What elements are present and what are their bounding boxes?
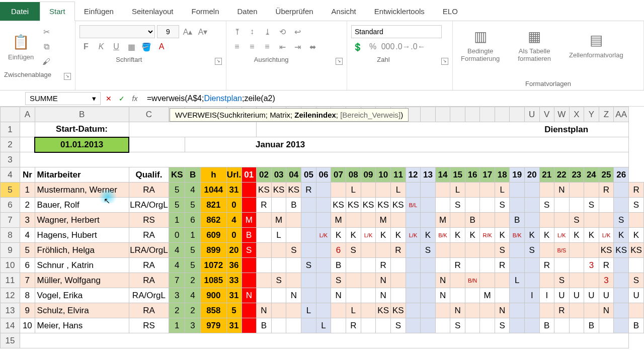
cell-day-01[interactable] (242, 273, 257, 288)
cell-day[interactable] (510, 243, 525, 258)
cell-day-01[interactable]: M (242, 213, 257, 228)
name-box[interactable]: SUMME ▾ (25, 92, 101, 105)
cell-ks[interactable]: 4 (169, 243, 185, 258)
cell-day[interactable] (584, 183, 599, 198)
cell-day[interactable]: S (271, 273, 286, 288)
header-day-13[interactable]: 13 (421, 167, 436, 183)
spreadsheet-grid[interactable]: ABCDEUVWXYZAA1Start-Datum:Dienstplan201.… (0, 107, 644, 348)
align-center-icon[interactable]: ≡ (246, 40, 259, 53)
cell-day[interactable] (406, 213, 421, 228)
cell-day[interactable] (539, 183, 554, 198)
header-day-26[interactable]: 26 (614, 167, 629, 183)
header-day-07[interactable]: 07 (331, 167, 346, 183)
cell-day[interactable] (301, 318, 316, 333)
cell-day[interactable]: R (599, 183, 614, 198)
cell-ks[interactable]: 5 (169, 183, 185, 198)
cell-day[interactable] (271, 258, 286, 273)
cell-ks[interactable]: 0 (169, 228, 185, 243)
cell-day[interactable]: K (450, 228, 465, 243)
col-head[interactable] (450, 107, 465, 122)
col-head[interactable] (495, 107, 510, 122)
cell-qualif[interactable]: RA/OrgL (129, 288, 169, 303)
cell-day[interactable] (421, 183, 436, 198)
cell-day[interactable]: K (539, 228, 554, 243)
cell-day[interactable]: R (554, 303, 570, 318)
cell-day[interactable] (301, 228, 316, 243)
cell-qualif[interactable]: LRA/OrgL (129, 243, 169, 258)
cell-qualif[interactable]: RA (129, 303, 169, 318)
cell-day-01[interactable] (242, 183, 257, 198)
cell-ks[interactable]: 2 (169, 303, 185, 318)
cell-day[interactable] (599, 198, 614, 213)
cell-day[interactable] (554, 198, 570, 213)
cell-day[interactable] (465, 198, 480, 213)
cell-ks[interactable]: 1 (169, 213, 185, 228)
cell-day[interactable]: K (391, 228, 406, 243)
cell-day[interactable]: S (450, 318, 465, 333)
cell-day[interactable] (495, 273, 510, 288)
font-dialog-launcher[interactable]: ↘ (215, 58, 222, 65)
cell-day[interactable] (316, 258, 331, 273)
header-day-09[interactable]: 09 (361, 167, 376, 183)
cell-day[interactable] (584, 243, 599, 258)
cell-day[interactable] (465, 318, 480, 333)
cell-day[interactable]: S (495, 198, 510, 213)
header-day-11[interactable]: 11 (391, 167, 406, 183)
cell-day[interactable] (629, 213, 644, 228)
cell-day[interactable]: M (376, 213, 391, 228)
cell-day[interactable]: L/K (361, 228, 376, 243)
cell-day[interactable] (524, 273, 539, 288)
cell-day[interactable] (286, 213, 301, 228)
col-head-C[interactable]: C (129, 107, 169, 122)
cell-employee[interactable]: Schulz, Elvira (35, 303, 129, 318)
cell-day[interactable]: 3 (599, 273, 614, 288)
cell-day[interactable] (629, 258, 644, 273)
cell-day[interactable] (569, 318, 584, 333)
cell-day[interactable] (524, 318, 539, 333)
cell-day[interactable] (599, 213, 614, 228)
cell-day[interactable]: R (257, 198, 272, 213)
cell-h[interactable]: 900 (201, 288, 226, 303)
format-painter-icon[interactable]: 🖌 (40, 55, 53, 68)
row-head-9[interactable]: 9 (1, 243, 20, 258)
cell-day[interactable] (286, 258, 301, 273)
col-head[interactable]: AA (614, 107, 629, 122)
cell-employee[interactable]: Meier, Hans (35, 318, 129, 333)
cell-day[interactable]: U (554, 288, 570, 303)
orientation-icon[interactable]: ⟲ (276, 25, 289, 38)
cell-day-01[interactable] (242, 318, 257, 333)
header-qualif[interactable]: Qualif. (129, 167, 169, 183)
cell-h[interactable]: 858 (201, 303, 226, 318)
cell-nr[interactable]: 8 (20, 288, 35, 303)
cell-day[interactable]: KS (376, 303, 391, 318)
cell-day[interactable] (569, 258, 584, 273)
row-head-5[interactable]: 5 (1, 183, 20, 198)
increase-font-icon[interactable]: A▴ (181, 25, 194, 38)
cell-qualif[interactable]: LRA/OrgL (129, 198, 169, 213)
cell-day[interactable] (361, 243, 376, 258)
cell-day[interactable] (614, 183, 629, 198)
cell-url[interactable]: 20 (226, 243, 242, 258)
cell-day[interactable] (421, 198, 436, 213)
cell-day[interactable] (465, 243, 480, 258)
cell-b[interactable]: 2 (185, 273, 201, 288)
cell-day[interactable]: K (629, 228, 644, 243)
cell-employee[interactable]: Müller, Wolfgang (35, 273, 129, 288)
cell-day[interactable] (316, 213, 331, 228)
cell-url[interactable]: 31 (226, 288, 242, 303)
cell-day[interactable]: K (465, 228, 480, 243)
tab-review[interactable]: Überprüfen (267, 2, 323, 21)
cell-day[interactable] (584, 213, 599, 228)
row-head-3[interactable]: 3 (1, 152, 20, 167)
cell-day[interactable] (376, 243, 391, 258)
cell-day[interactable] (465, 258, 480, 273)
header-ks[interactable]: KS (169, 167, 185, 183)
cell-day[interactable]: KS (376, 198, 391, 213)
cell-h[interactable]: 821 (201, 198, 226, 213)
col-head[interactable] (465, 107, 480, 122)
cell-day[interactable]: U (569, 288, 584, 303)
cell-day[interactable]: M (271, 213, 286, 228)
cell-day[interactable] (584, 273, 599, 288)
cell-day-01[interactable]: N (242, 288, 257, 303)
select-all-corner[interactable] (1, 107, 20, 122)
